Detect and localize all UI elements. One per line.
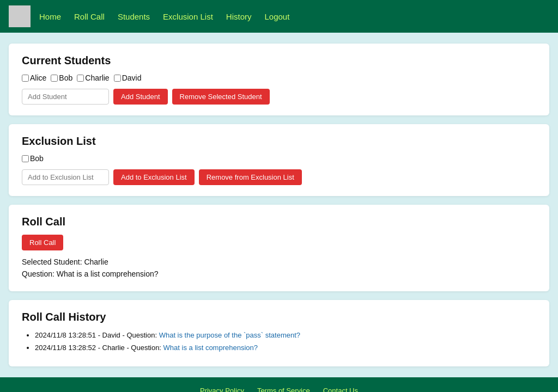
remove-selected-student-button[interactable]: Remove Selected Student — [172, 89, 270, 105]
add-exclusion-input[interactable] — [22, 169, 109, 185]
nav-history[interactable]: History — [226, 12, 252, 21]
remove-from-exclusion-button[interactable]: Remove from Exclusion List — [199, 169, 302, 185]
history-entry: 2024/11/8 13:28:51 - David - Question: W… — [35, 330, 536, 341]
nav-students[interactable]: Students — [118, 12, 150, 21]
student-label: David — [122, 74, 142, 82]
footer: Privacy PolicyTerms of ServiceContact Us — [0, 377, 558, 392]
roll-call-question-label: Question: What is a list comprehension? — [22, 268, 536, 280]
add-to-exclusion-button[interactable]: Add to Exclusion List — [113, 169, 195, 185]
student-checkbox-label: Charlie — [77, 74, 109, 82]
nav-links: HomeRoll CallStudentsExclusion ListHisto… — [39, 12, 289, 21]
history-link[interactable]: What is the purpose of the `pass` statem… — [159, 331, 300, 339]
student-label: Bob — [59, 74, 72, 82]
history-list: 2024/11/8 13:28:51 - David - Question: W… — [22, 330, 536, 353]
nav-roll-call[interactable]: Roll Call — [74, 12, 105, 21]
student-checkbox[interactable] — [77, 75, 84, 82]
footer-privacy[interactable]: Privacy Policy — [200, 387, 244, 392]
exclusion-list-card: Exclusion List Bob Add to Exclusion List… — [9, 124, 549, 196]
exclusion-checkbox-label: Bob — [22, 154, 44, 163]
footer-terms[interactable]: Terms of Service — [257, 387, 310, 392]
exclusion-label: Bob — [30, 154, 44, 163]
selected-student-label: Selected Student: Charlie — [22, 256, 536, 268]
student-checkbox-group: AliceBobCharlieDavid — [22, 74, 536, 82]
exclusion-checkbox[interactable] — [22, 155, 29, 162]
roll-call-button[interactable]: Roll Call — [22, 235, 63, 250]
roll-call-title: Roll Call — [22, 216, 536, 228]
exclusion-checkbox-group: Bob — [22, 154, 536, 163]
navbar: HomeRoll CallStudentsExclusion ListHisto… — [0, 0, 558, 33]
exclusion-input-row: Add to Exclusion List Remove from Exclus… — [22, 169, 536, 185]
exclusion-list-title: Exclusion List — [22, 135, 536, 148]
add-student-input[interactable] — [22, 89, 109, 105]
roll-call-history-title: Roll Call History — [22, 311, 536, 323]
main-content: Current Students AliceBobCharlieDavid Ad… — [0, 33, 558, 377]
nav-logout[interactable]: Logout — [264, 12, 289, 21]
student-checkbox[interactable] — [114, 75, 121, 82]
student-checkbox[interactable] — [51, 75, 58, 82]
add-student-button[interactable]: Add Student — [113, 89, 168, 105]
current-students-card: Current Students AliceBobCharlieDavid Ad… — [9, 44, 549, 115]
student-checkbox-label: David — [114, 74, 142, 82]
roll-call-card: Roll Call Roll Call Selected Student: Ch… — [9, 205, 549, 291]
footer-contact[interactable]: Contact Us — [323, 387, 358, 392]
student-label: Alice — [30, 74, 46, 82]
history-entry: 2024/11/8 13:28:52 - Charlie - Question:… — [35, 342, 536, 353]
nav-logo — [9, 5, 31, 27]
nav-home[interactable]: Home — [39, 12, 61, 21]
history-link[interactable]: What is a list comprehension? — [163, 344, 258, 352]
roll-call-history-card: Roll Call History 2024/11/8 13:28:51 - D… — [9, 300, 549, 366]
nav-exclusion-list[interactable]: Exclusion List — [163, 12, 213, 21]
add-student-row: Add Student Remove Selected Student — [22, 89, 536, 105]
student-checkbox[interactable] — [22, 75, 29, 82]
student-checkbox-label: Bob — [51, 74, 72, 82]
current-students-title: Current Students — [22, 54, 536, 67]
student-checkbox-label: Alice — [22, 74, 46, 82]
student-label: Charlie — [85, 74, 109, 82]
roll-call-result: Selected Student: Charlie Question: What… — [22, 256, 536, 280]
